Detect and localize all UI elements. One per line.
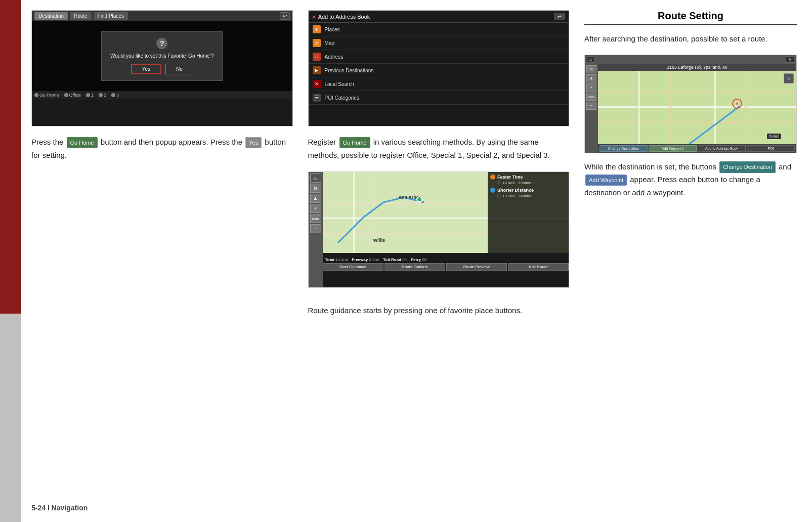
screenshot-route-setting-map: ⌂ ↳ N ▲ + Auto − bbox=[584, 55, 797, 153]
tab-route[interactable]: Route bbox=[70, 12, 92, 20]
2-dot bbox=[99, 93, 103, 97]
section-title: Route Setting bbox=[584, 10, 797, 25]
column-1: Destination Route Find Places ↩ ? bbox=[31, 10, 293, 491]
edit-route-button[interactable]: Edit Route bbox=[508, 263, 569, 271]
addr-topbar: ♦ Add to Address Book ↩ bbox=[309, 11, 569, 23]
distance-badge: 0.4mi bbox=[767, 134, 781, 139]
bottom-1[interactable]: 1 bbox=[86, 93, 94, 98]
popup-box: ? Would you like to set this Favorite 'G… bbox=[101, 31, 223, 81]
popup-question-icon: ? bbox=[156, 38, 167, 49]
map2-address-bar: 2165 Leforge Rd, Ypsilanti, MI bbox=[598, 64, 796, 71]
map2-bottom-buttons: Change Destination Add Waypoint Add to A… bbox=[598, 144, 796, 153]
menu-item-address[interactable]: ⌂ Address bbox=[309, 50, 569, 64]
bottom-office[interactable]: Office bbox=[64, 93, 81, 98]
address-icon: ⌂ bbox=[313, 53, 321, 61]
menu-item-local-search[interactable]: ✕ Local Search bbox=[309, 77, 569, 91]
route-bottom: Total 14.4mi Freeway 5.2mi Toll Road 0ft… bbox=[323, 257, 569, 271]
map2-map-area: 0.4mi ↳ bbox=[598, 71, 796, 144]
poi-icon: ☰ bbox=[313, 94, 321, 102]
route-map-body: Ann Arbor Willis Faster Time bbox=[323, 172, 569, 271]
main-content: Destination Route Find Places ↩ ? bbox=[21, 0, 812, 522]
nav-back-button[interactable]: ↩ bbox=[280, 12, 290, 20]
menu-item-map[interactable]: ◎ Map bbox=[309, 36, 569, 50]
local-search-icon: ✕ bbox=[313, 80, 321, 88]
route-options-button[interactable]: Route Options bbox=[384, 263, 445, 271]
screenshot-address-book: ♦ Add to Address Book ↩ ♦ Places ◎ Map bbox=[308, 10, 570, 126]
change-dest-badge-inline: Change Destination bbox=[719, 161, 776, 173]
addr-back-button[interactable]: ↩ bbox=[554, 13, 565, 20]
intro-text: After searching the destination, possibl… bbox=[584, 32, 797, 46]
screenshot-go-home-popup: Destination Route Find Places ↩ ? bbox=[31, 10, 293, 126]
sidebar bbox=[0, 0, 21, 522]
shorter-dist-header: Shorter Distance bbox=[490, 188, 566, 193]
map-icon: ◎ bbox=[313, 39, 321, 47]
nav-map-topbar: ⌂ ↳ bbox=[585, 55, 796, 64]
popup-yes-button[interactable]: Yes bbox=[131, 64, 161, 74]
location-icon: ♦ bbox=[313, 13, 316, 20]
menu-item-poi-categories[interactable]: ☰ POI Categories bbox=[309, 91, 569, 105]
col2-description1: Register Go Home in various searching me… bbox=[308, 136, 570, 161]
3-dot bbox=[111, 93, 115, 97]
col3-description: While the destination is set, the button… bbox=[584, 160, 797, 199]
menu-item-prev-destinations[interactable]: ▶ Previous Destinations bbox=[309, 64, 569, 77]
footer: 5-24 I Navigation bbox=[31, 496, 797, 512]
home-map-btn[interactable]: ⌂ bbox=[310, 173, 321, 183]
poi-button[interactable]: POI bbox=[747, 145, 795, 152]
map2-plus-btn[interactable]: + bbox=[586, 83, 596, 92]
shorter-dist-option: Shorter Distance ⊡ 13.2mi 24mins bbox=[490, 188, 566, 198]
tab-destination[interactable]: Destination bbox=[34, 12, 68, 20]
menu-item-places[interactable]: ♦ Places bbox=[309, 23, 569, 36]
nav-topbar: Destination Route Find Places ↩ bbox=[32, 11, 292, 21]
svg-line-0 bbox=[689, 106, 740, 144]
faster-dot bbox=[490, 175, 495, 180]
change-destination-button[interactable]: Change Destination bbox=[600, 145, 648, 152]
zoom-out-map-btn[interactable]: − bbox=[310, 224, 321, 233]
map2-minus-btn[interactable]: − bbox=[586, 102, 596, 110]
up-map-btn[interactable]: ▲ bbox=[310, 194, 321, 203]
columns: Destination Route Find Places ↩ ? bbox=[31, 10, 797, 491]
locate-button[interactable]: ↳ bbox=[784, 73, 794, 83]
col2-description2: Route guidance starts by pressing one of… bbox=[308, 304, 570, 317]
north-map-btn[interactable]: N bbox=[310, 184, 321, 193]
map2-body: N ▲ + Auto − 2165 Leforge Rd, Ypsilanti,… bbox=[585, 64, 796, 153]
map-home-btn[interactable]: ⌂ bbox=[587, 56, 594, 63]
column-2: ♦ Add to Address Book ↩ ♦ Places ◎ Map bbox=[308, 10, 570, 491]
auto-map-btn[interactable]: Auto bbox=[310, 214, 321, 223]
sidebar-red bbox=[0, 0, 21, 314]
cursor-center bbox=[736, 103, 738, 105]
route-options-panel: Faster Time ⊡ 14.4mi 20mins Short bbox=[488, 172, 569, 253]
shorter-dist-detail: ⊡ 13.2mi 24mins bbox=[490, 194, 566, 198]
route-preview-button[interactable]: Route Preview bbox=[446, 263, 507, 271]
shorter-dist-icon: ⊡ bbox=[497, 194, 501, 198]
bottom-3[interactable]: 3 bbox=[111, 93, 119, 98]
add-waypoint-button[interactable]: Add Waypoint bbox=[649, 145, 697, 152]
go-home-badge2-inline: Go Home bbox=[339, 137, 370, 149]
faster-time-header: Faster Time bbox=[490, 175, 566, 180]
zoom-in-map-btn[interactable]: + bbox=[310, 204, 321, 213]
map-nav-back[interactable]: ↳ bbox=[786, 56, 794, 63]
add-waypoint-badge-inline: Add Waypoint bbox=[585, 175, 627, 186]
route-setting-svg bbox=[598, 71, 796, 144]
sidebar-gray bbox=[0, 314, 21, 522]
go-home-badge-inline: Go Home bbox=[67, 137, 98, 149]
map2-up-btn[interactable]: ▲ bbox=[586, 74, 596, 82]
route-stats-bar: Total 14.4mi Freeway 5.2mi Toll Road 0ft… bbox=[323, 257, 569, 262]
map2-content-area: 2165 Leforge Rd, Ypsilanti, MI bbox=[598, 64, 796, 153]
yes-badge-inline: Yes bbox=[245, 137, 262, 149]
bottom-2[interactable]: 2 bbox=[99, 93, 106, 98]
addr-menu-list: ♦ Places ◎ Map ⌂ Address ▶ Previous Dest… bbox=[309, 23, 569, 105]
map2-auto-btn[interactable]: Auto bbox=[586, 93, 596, 101]
bottom-go-home[interactable]: Go Home bbox=[34, 93, 59, 98]
add-address-book-button[interactable]: Add to Address Book bbox=[698, 145, 746, 152]
shorter-dot bbox=[490, 188, 495, 193]
map-destination-marker bbox=[416, 196, 422, 202]
column-3: Route Setting After searching the destin… bbox=[584, 10, 797, 491]
route-action-buttons: Start Guidance Route Options Route Previ… bbox=[323, 263, 569, 271]
map2-north-btn[interactable]: N bbox=[586, 65, 596, 73]
map2-left-sidebar: N ▲ + Auto − bbox=[585, 64, 598, 153]
addr-title: ♦ Add to Address Book bbox=[313, 13, 370, 20]
col1-description: Press the Go Home button and then popup … bbox=[31, 136, 293, 161]
tab-find-places[interactable]: Find Places bbox=[94, 12, 128, 20]
start-guidance-button[interactable]: Start Guidance bbox=[323, 263, 383, 271]
popup-no-button[interactable]: No bbox=[165, 64, 193, 74]
